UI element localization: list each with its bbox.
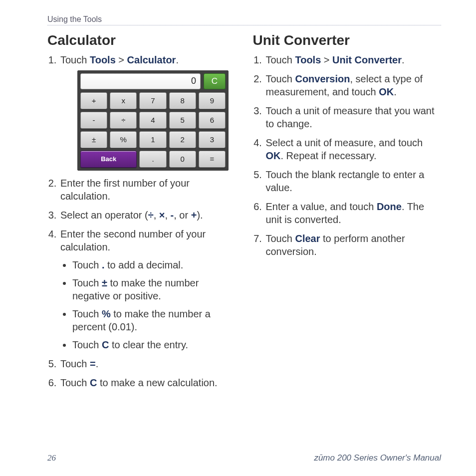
tools-label: Tools: [295, 54, 321, 65]
text: , or: [174, 210, 191, 221]
calc-step-2: Enter the first number of your calculati…: [59, 177, 236, 203]
calculator-figure: 0 C + x 7 8 9 - ÷ 4: [77, 70, 236, 171]
done-label: Done: [377, 201, 402, 212]
key-3[interactable]: 3: [199, 131, 226, 148]
unit-converter-steps: Touch Tools > Unit Converter. Touch Conv…: [253, 53, 442, 258]
key-plusminus[interactable]: ±: [80, 131, 107, 148]
uc-step-1: Touch Tools > Unit Converter.: [265, 53, 442, 66]
calc-step-1: Touch Tools > Calculator. 0 C + x 7: [59, 53, 236, 171]
pct-label: %: [102, 308, 111, 319]
text: Touch: [266, 73, 295, 84]
text: Select a unit of measure, and touch: [266, 137, 423, 148]
uc-step-3: Touch a unit of measure that you want to…: [265, 104, 442, 130]
key-2[interactable]: 2: [169, 131, 196, 148]
text: . Repeat if necessary.: [281, 150, 377, 161]
text: Touch: [60, 358, 90, 369]
text: Select an operator (: [60, 210, 148, 221]
calculator-display: 0: [80, 73, 201, 89]
uc-step-7: Touch Clear to perform another conversio…: [265, 232, 442, 258]
unit-converter-heading: Unit Converter: [253, 32, 442, 48]
key-4[interactable]: 4: [139, 112, 166, 129]
text: Touch: [266, 54, 295, 65]
key-7[interactable]: 7: [139, 92, 166, 109]
uc-step-4: Select a unit of measure, and touch OK. …: [265, 136, 442, 162]
key-dot[interactable]: .: [139, 151, 166, 168]
unit-converter-label: Unit Converter: [332, 54, 402, 65]
sep: >: [116, 54, 127, 65]
key-minus[interactable]: -: [80, 112, 107, 129]
manual-title: zūmo 200 Series Owner's Manual: [314, 453, 441, 463]
calc-bullets: Touch . to add a decimal. Touch ± to mak…: [60, 258, 236, 351]
text: Touch: [72, 277, 102, 288]
calculator-heading: Calculator: [47, 32, 236, 48]
key-9[interactable]: 9: [199, 92, 226, 109]
text: ).: [197, 210, 203, 221]
breadcrumb: Using the Tools: [47, 15, 441, 25]
bullet-percent: Touch % to make the number a percent (0.…: [72, 307, 236, 333]
op-plus: +: [191, 210, 197, 221]
ok-label-2: OK: [266, 150, 281, 161]
text: to make a new calculation.: [97, 377, 217, 388]
calculator-device: 0 C + x 7 8 9 - ÷ 4: [77, 70, 229, 171]
text: .: [402, 54, 405, 65]
text: Touch: [72, 308, 102, 319]
right-column: Unit Converter Touch Tools > Unit Conver…: [253, 32, 442, 395]
key-equals[interactable]: =: [199, 151, 226, 168]
ok-label: OK: [379, 86, 394, 97]
calc-step-5: Touch =.: [59, 357, 236, 370]
calc-step-4: Enter the second number of your calculat…: [59, 228, 236, 351]
page-number: 26: [47, 453, 56, 463]
clear-button[interactable]: C: [204, 73, 226, 89]
calculator-keypad: + x 7 8 9 - ÷ 4 5 6 ±: [78, 91, 228, 170]
text: Touch: [60, 54, 90, 65]
conversion-label: Conversion: [295, 73, 350, 84]
calc-step-6: Touch C to make a new calculation.: [59, 376, 236, 389]
op-mul: ×: [159, 210, 165, 221]
text: .: [176, 54, 179, 65]
calculator-top-row: 0 C: [78, 71, 228, 91]
bullet-clear: Touch C to clear the entry.: [72, 338, 236, 351]
left-column: Calculator Touch Tools > Calculator. 0 C…: [47, 32, 236, 395]
pm-label: ±: [102, 277, 107, 288]
uc-step-2: Touch Conversion, select a type of measu…: [265, 72, 442, 98]
page-footer: 26 zūmo 200 Series Owner's Manual: [0, 453, 476, 463]
uc-step-6: Enter a value, and touch Done. The unit …: [265, 200, 442, 226]
text: ,: [165, 210, 170, 221]
c-label: C: [102, 339, 109, 350]
key-percent[interactable]: %: [110, 131, 137, 148]
eq-label: =: [90, 358, 96, 369]
text: Touch: [266, 233, 295, 244]
c-label-2: C: [90, 377, 97, 388]
page: Using the Tools Calculator Touch Tools >…: [0, 0, 476, 476]
key-8[interactable]: 8: [169, 92, 196, 109]
text: Enter a value, and touch: [266, 201, 377, 212]
key-5[interactable]: 5: [169, 112, 196, 129]
op-div: ÷: [148, 210, 154, 221]
bullet-plusminus: Touch ± to make the number negative or p…: [72, 276, 236, 302]
tools-label: Tools: [90, 54, 116, 65]
text: to clear the entry.: [109, 339, 188, 350]
clear-label: Clear: [295, 233, 320, 244]
key-multiply[interactable]: x: [110, 92, 137, 109]
key-divide[interactable]: ÷: [110, 112, 137, 129]
uc-step-5: Touch the blank rectangle to enter a val…: [265, 168, 442, 194]
text: to add a decimal.: [105, 259, 184, 270]
text: Enter the second number of your calculat…: [60, 229, 206, 252]
text: Touch: [60, 377, 90, 388]
sep: >: [321, 54, 332, 65]
key-0[interactable]: 0: [169, 151, 196, 168]
key-plus[interactable]: +: [80, 92, 107, 109]
text: Touch: [72, 259, 102, 270]
key-back[interactable]: Back: [80, 151, 137, 168]
calculator-steps: Touch Tools > Calculator. 0 C + x 7: [47, 53, 236, 389]
text: .: [394, 86, 397, 97]
text: Touch: [72, 339, 102, 350]
text: ,: [154, 210, 159, 221]
calc-step-3: Select an operator (÷, ×, -, or +).: [59, 209, 236, 222]
text: .: [96, 358, 99, 369]
calculator-label: Calculator: [127, 54, 176, 65]
key-1[interactable]: 1: [139, 131, 166, 148]
key-6[interactable]: 6: [199, 112, 226, 129]
bullet-decimal: Touch . to add a decimal.: [72, 258, 236, 271]
content-columns: Calculator Touch Tools > Calculator. 0 C…: [47, 32, 441, 395]
